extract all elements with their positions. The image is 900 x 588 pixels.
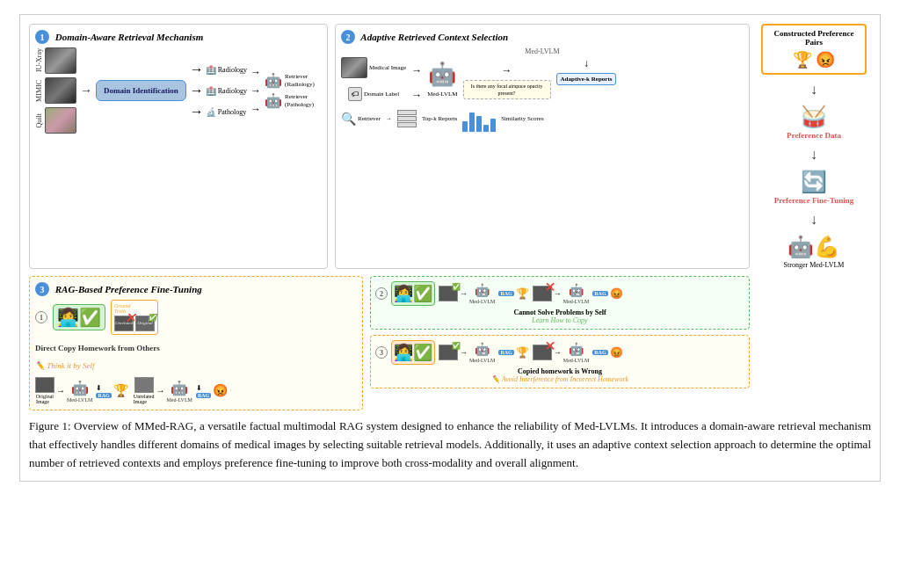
trophy-1: 🏆 bbox=[113, 383, 128, 398]
med-image-row: Medical Image bbox=[341, 57, 406, 78]
domain-label-row: 🏷 Domain Label bbox=[348, 87, 399, 101]
ground-truth-label: GroundTruth bbox=[114, 303, 155, 314]
med-image-label: Medical Image bbox=[369, 64, 406, 71]
unrelated-img-box: ❌ Unrelated bbox=[114, 316, 134, 331]
rag-label-1: RAG bbox=[96, 393, 111, 398]
caption: Figure 1: Overview of MMed-RAG, a versat… bbox=[29, 417, 871, 472]
question-text: Is there any focal airspace opacity pres… bbox=[471, 83, 543, 96]
flow-arrow-2: ↓ bbox=[810, 147, 817, 163]
cw-lvlm-lbl-2: Med-LVLM bbox=[563, 358, 589, 363]
med-lvlm-robot: 🤖 bbox=[428, 61, 456, 88]
bottom-adaptive-row: 🔍 Retriever → Top-k Reports bbox=[341, 105, 744, 132]
adaptive-k-label: Adaptive-k Reports bbox=[561, 76, 613, 83]
check-mark-1: ✅ bbox=[148, 314, 156, 322]
flow-stronger: 🤖💪 Stronger Med-LVLM bbox=[784, 235, 845, 269]
quilt-img bbox=[45, 107, 76, 134]
cs-trophy: 🏆 bbox=[516, 287, 529, 301]
arr-topk: → bbox=[386, 115, 392, 122]
pref-pairs-title: Constructed Preference Pairs bbox=[766, 29, 861, 47]
cs-pair-2: ❌ → 🤖 Med-LVLM RAG 😡 bbox=[533, 283, 623, 304]
emoji-row: 🏆 😡 bbox=[766, 50, 861, 69]
retriever-arrows: → → → bbox=[250, 66, 261, 116]
top-labels-row: Med-LVLM bbox=[341, 47, 744, 55]
cs-orig-1: ✅ bbox=[439, 286, 458, 301]
ret-rad-text: Retriever(Radiology) bbox=[285, 73, 315, 87]
arr-p1: → bbox=[56, 386, 65, 396]
cs-robot-2: 🤖 bbox=[569, 283, 584, 298]
circle-2: 2 bbox=[341, 30, 355, 44]
cs-lvlm-lbl-1: Med-LVLM bbox=[469, 299, 495, 304]
lvlm-1: 🤖 Med-LVLM bbox=[67, 380, 92, 403]
pref-data-label: Preference Data bbox=[787, 131, 841, 140]
cw-rag-2: RAG bbox=[592, 350, 607, 355]
arr-r2: → bbox=[250, 84, 261, 98]
right-column: Constructed Preference Pairs 🏆 😡 ↓ 🥁 Pre… bbox=[757, 24, 871, 269]
domain-diagram: IU-Xray MIMIC Quilt → bbox=[35, 47, 322, 134]
adaptive-k-box: Adaptive-k Reports bbox=[556, 73, 617, 85]
cw-arr-1: → bbox=[460, 348, 468, 357]
cw-arr-2: → bbox=[554, 348, 562, 357]
cs-robot-1: 🤖 bbox=[475, 283, 490, 298]
cw-pair-1: ✅ → 🤖 Med-LVLM RAG 🏆 bbox=[439, 342, 529, 363]
quilt-label: Quilt bbox=[35, 113, 43, 127]
cw-robot-1: 🤖 bbox=[475, 342, 490, 357]
figure-box: 1 Domain-Aware Retrieval Mechanism IU-Xr… bbox=[19, 14, 881, 482]
arrow-3: → bbox=[190, 83, 204, 98]
circle-1: 1 bbox=[35, 30, 49, 44]
col-adaptive: ↓ Adaptive-k Reports bbox=[556, 57, 617, 85]
cs-lvlm-lbl-2: Med-LVLM bbox=[563, 299, 589, 304]
pair-bad: UnrelatedImage → 🤖 Med-LVLM ⬇ RAG 😡 bbox=[134, 377, 228, 404]
unrel-img-2 bbox=[134, 377, 154, 393]
num-1: 1 bbox=[35, 311, 47, 323]
circle-3: 3 bbox=[35, 282, 49, 296]
student-icon-2: 👩‍💻✅ bbox=[391, 281, 435, 306]
bar-chart bbox=[462, 105, 496, 132]
think-label-row: ✏️ Think it by Self bbox=[35, 356, 357, 372]
arrow-col-2: → → bbox=[411, 57, 422, 102]
copied-wrong-label: Copied homework is Wrong bbox=[375, 367, 744, 375]
retriever-row-2: 🔍 Retriever bbox=[341, 112, 381, 127]
domain-id-box: Domain Identification bbox=[96, 80, 186, 101]
direct-copy-label: Direct Copy Homework from Others bbox=[35, 344, 160, 352]
orig-img-1 bbox=[35, 377, 54, 393]
learn-how-label: Learn How to Copy bbox=[375, 316, 744, 324]
iu-xray-label: IU-Xray bbox=[35, 48, 43, 72]
bar-5 bbox=[490, 119, 496, 132]
cannot-solve-labels: Cannot Solve Problems by Self Learn How … bbox=[375, 309, 744, 324]
cs-arr-2: → bbox=[554, 289, 562, 298]
rag-badge-2: ⬇ bbox=[196, 384, 211, 392]
trophy-emoji: 🏆 bbox=[793, 50, 812, 69]
flow-pref-data: 🥁 Preference Data bbox=[787, 105, 841, 140]
copied-wrong-labels: Copied homework is Wrong ✏️ Avoid Interf… bbox=[375, 367, 744, 383]
angry-2: 😡 bbox=[213, 383, 228, 398]
adaptive-flow: Medical Image 🏷 Domain Label → → bbox=[341, 57, 744, 102]
cs-angry: 😡 bbox=[610, 287, 623, 301]
arrow-4: → bbox=[190, 104, 204, 120]
cw-orig-1: ✅ bbox=[439, 345, 458, 360]
robot-strong-icon: 🤖💪 bbox=[788, 235, 840, 259]
cs-lvlm-2: 🤖 Med-LVLM bbox=[563, 283, 589, 304]
cs-orig-2: ❌ bbox=[533, 286, 552, 301]
cw-pair-2: ❌ → 🤖 Med-LVLM RAG 😡 bbox=[533, 342, 623, 363]
arr-adaptive: ↓ bbox=[584, 57, 589, 70]
col-question: → Is there any focal airspace opacity pr… bbox=[463, 57, 551, 99]
radiology2-label: Radiology bbox=[218, 87, 247, 95]
section-copied-wrong: 3 👩‍💻✅ ✅ → 🤖 Med-LVLM bbox=[370, 335, 750, 388]
section2-box: 2 Adaptive Retrieved Context Selection M… bbox=[335, 24, 750, 269]
robot-2: 🤖 bbox=[171, 380, 188, 396]
retriever-rad: 🤖 Retriever(Radiology) bbox=[265, 72, 315, 89]
flow-pref-ft: 🔄 Preference Fine-Tuning bbox=[774, 170, 854, 205]
pref-pairs-box: Constructed Preference Pairs 🏆 😡 bbox=[761, 24, 867, 75]
section-cannot-solve: 2 👩‍💻✅ ✅ → 🤖 Med-LVLM bbox=[370, 276, 750, 330]
arr-r1: → bbox=[250, 66, 261, 79]
cw-x-2: ❌ bbox=[546, 342, 555, 350]
section1-title: 1 Domain-Aware Retrieval Mechanism bbox=[35, 30, 322, 44]
cw-lvlm-lbl-1: Med-LVLM bbox=[469, 358, 495, 363]
topk-docs bbox=[397, 110, 417, 127]
section1-box: 1 Domain-Aware Retrieval Mechanism IU-Xr… bbox=[29, 24, 328, 269]
robot-1: 🤖 bbox=[71, 380, 89, 396]
drum-icon: 🥁 bbox=[801, 105, 827, 129]
cw-robot-2: 🤖 bbox=[569, 342, 584, 357]
top-row: 1 Domain-Aware Retrieval Mechanism IU-Xr… bbox=[29, 24, 871, 269]
retriever-column: 🤖 Retriever(Radiology) 🤖 Retriever(Patho… bbox=[265, 72, 315, 109]
